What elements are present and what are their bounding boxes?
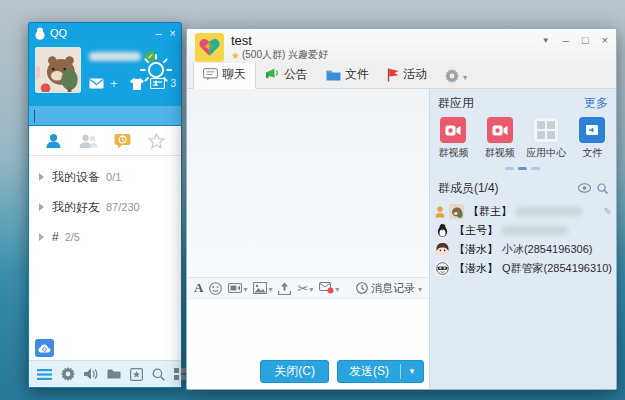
member-row-xiaobing[interactable]: 【潜水】 小冰(2854196306) bbox=[430, 240, 616, 259]
member-name: 小冰(2854196306) bbox=[502, 242, 593, 257]
tab-chat[interactable]: 聊天 bbox=[193, 61, 256, 89]
folder-icon[interactable] bbox=[107, 368, 121, 380]
chat-minimize-button[interactable]: – bbox=[563, 34, 569, 46]
tab-groups-icon[interactable] bbox=[79, 133, 98, 149]
desktop-background: QQ – × bbox=[0, 0, 625, 400]
tab-files[interactable]: 文件 bbox=[317, 62, 378, 88]
group-avatar[interactable] bbox=[195, 33, 224, 62]
group-label: 我的设备 bbox=[52, 169, 100, 186]
group-label: 我的好友 bbox=[52, 199, 100, 216]
scissors-icon[interactable]: ✂ bbox=[297, 281, 313, 296]
member-avatar bbox=[435, 242, 450, 257]
tab-activity[interactable]: 活动 bbox=[378, 62, 436, 88]
qq-minimize-button[interactable]: – bbox=[155, 28, 161, 39]
window-menu-button[interactable]: ▼ bbox=[542, 36, 550, 45]
member-row-owner[interactable]: 【群主】 ✎ bbox=[430, 202, 616, 221]
member-name-blurred bbox=[516, 207, 582, 216]
member-search-icon[interactable] bbox=[597, 183, 608, 194]
member-avatar bbox=[435, 261, 450, 276]
add-status-plus-icon[interactable]: + bbox=[110, 77, 118, 90]
tab-announcement[interactable]: 公告 bbox=[256, 62, 317, 88]
member-level-count: 3 bbox=[171, 78, 177, 89]
member-row-qun-guanjia[interactable]: 【潜水】 Q群管家(2854196310) bbox=[430, 259, 616, 278]
tab-settings-gear[interactable] bbox=[436, 65, 476, 88]
member-role: 【潜水】 bbox=[454, 261, 498, 276]
app-label: 文件 bbox=[582, 146, 602, 160]
expand-arrow-icon bbox=[39, 203, 44, 211]
member-display-settings-icon[interactable] bbox=[578, 183, 591, 194]
send-options-dropdown[interactable]: ▼ bbox=[401, 367, 423, 376]
text-cursor bbox=[34, 110, 35, 123]
settings-gear-icon[interactable] bbox=[61, 367, 75, 381]
search-icon[interactable] bbox=[152, 368, 165, 381]
dress-up-shirt-icon[interactable] bbox=[130, 78, 144, 90]
more-apps-link[interactable]: 更多 bbox=[584, 95, 608, 112]
chevron-down-icon bbox=[463, 69, 467, 83]
tab-favorites-icon[interactable] bbox=[148, 133, 165, 149]
expand-arrow-icon bbox=[39, 173, 44, 181]
font-style-icon[interactable]: A bbox=[194, 280, 203, 296]
screenshot-gif-icon[interactable] bbox=[228, 281, 247, 295]
app-label: 应用中心 bbox=[526, 146, 566, 160]
member-name-blurred bbox=[502, 226, 568, 235]
chat-bubble-icon bbox=[203, 68, 218, 81]
image-icon[interactable] bbox=[253, 281, 272, 295]
message-alert-icon[interactable] bbox=[319, 281, 339, 295]
group-star-icon[interactable]: ★ bbox=[231, 50, 240, 61]
members-title: 群成员(1/4) bbox=[438, 180, 499, 197]
emoji-icon[interactable] bbox=[209, 282, 222, 295]
chevron-down-icon bbox=[243, 281, 247, 295]
message-history-button[interactable]: 消息记录 bbox=[356, 281, 422, 296]
favorites-box-icon[interactable] bbox=[130, 368, 143, 381]
member-row-main-account[interactable]: 【主号】 bbox=[430, 221, 616, 240]
user-avatar[interactable] bbox=[35, 47, 81, 93]
tab-label: 活动 bbox=[403, 66, 427, 83]
tab-contacts-icon[interactable] bbox=[45, 133, 62, 149]
chat-maximize-button[interactable]: □ bbox=[582, 34, 589, 46]
upload-icon[interactable] bbox=[278, 282, 291, 295]
group-count: 0/1 bbox=[106, 171, 121, 183]
megaphone-icon bbox=[265, 68, 280, 81]
chat-titlebar[interactable]: test ★ (500人群) 兴趣爱好 ▼ – □ × bbox=[187, 29, 616, 63]
qq-profile-header: ✓ + bbox=[29, 43, 181, 105]
qq-penguin-logo-icon bbox=[34, 27, 46, 40]
search-input[interactable] bbox=[29, 105, 181, 126]
group-apps-row: 群视频 群视频 应用中心 bbox=[430, 117, 616, 160]
app-group-video-1[interactable]: 群视频 bbox=[435, 117, 472, 160]
mail-envelope-icon[interactable] bbox=[89, 78, 104, 89]
cloud-sync-icon[interactable] bbox=[35, 339, 54, 357]
qq-close-button[interactable]: × bbox=[170, 28, 176, 39]
close-chat-button[interactable]: 关闭(C) bbox=[260, 360, 329, 383]
app-center[interactable]: 应用中心 bbox=[528, 117, 565, 160]
input-toolbar: A ✂ bbox=[187, 277, 429, 299]
contact-group-my-friends[interactable]: 我的好友 87/230 bbox=[29, 192, 181, 222]
folder-icon bbox=[326, 69, 341, 81]
username-blurred bbox=[89, 52, 141, 61]
message-input[interactable] bbox=[187, 299, 429, 353]
app-group-video-2[interactable]: 群视频 bbox=[481, 117, 518, 160]
qq-titlebar[interactable]: QQ – × bbox=[29, 23, 181, 43]
member-card-icon[interactable] bbox=[150, 78, 165, 89]
contact-group-my-devices[interactable]: 我的设备 0/1 bbox=[29, 162, 181, 192]
chat-tab-bar: 聊天 公告 文件 活动 bbox=[187, 63, 616, 89]
group-name: test bbox=[231, 33, 328, 48]
edit-pencil-icon[interactable]: ✎ bbox=[604, 206, 612, 217]
group-count: 87/230 bbox=[106, 201, 140, 213]
tab-conversations-icon[interactable] bbox=[114, 133, 131, 149]
apps-pagination-dots[interactable] bbox=[430, 160, 616, 174]
member-role: 【主号】 bbox=[454, 223, 498, 238]
apps-grid-icon[interactable] bbox=[174, 368, 186, 380]
chat-close-button[interactable]: × bbox=[602, 34, 608, 46]
send-button[interactable]: 发送(S) ▼ bbox=[337, 360, 424, 383]
contact-group-hash[interactable]: # 2/5 bbox=[29, 222, 181, 252]
chevron-down-icon bbox=[335, 281, 339, 295]
button-row: 关闭(C) 发送(S) ▼ bbox=[187, 353, 429, 389]
message-history-area[interactable] bbox=[187, 89, 429, 277]
sound-icon[interactable] bbox=[84, 368, 98, 380]
main-menu-icon[interactable] bbox=[37, 369, 52, 380]
app-group-files[interactable]: 文件 bbox=[574, 117, 611, 160]
group-label: # bbox=[52, 230, 59, 244]
group-apps-title: 群应用 bbox=[438, 95, 474, 112]
gear-icon bbox=[445, 69, 459, 83]
chevron-down-icon bbox=[268, 281, 272, 295]
